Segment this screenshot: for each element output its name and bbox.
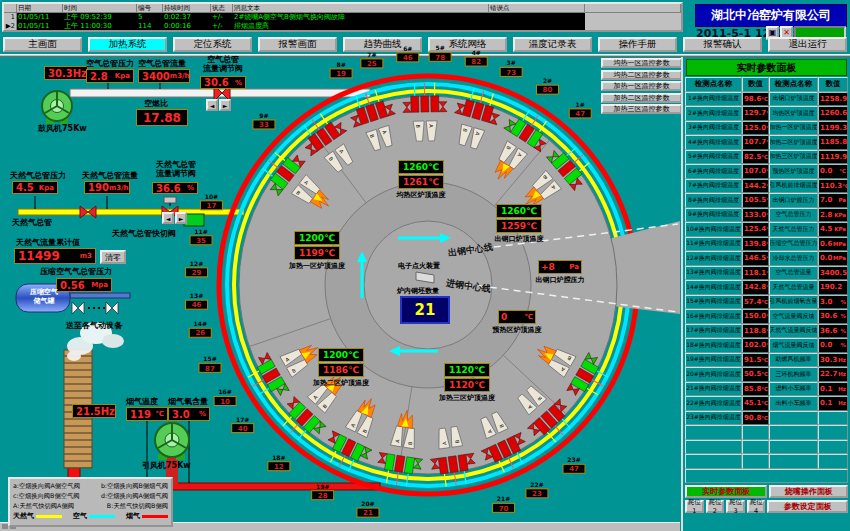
param-name-cell: 加热二区炉顶温度 xyxy=(769,135,818,150)
param-unit: ℃ xyxy=(842,183,848,189)
param-value: 91.5 xyxy=(744,356,761,364)
param-name-cell: 23#换向阀排烟温度 xyxy=(685,411,742,426)
param-unit: Pa xyxy=(838,197,846,203)
param-empty-cell xyxy=(769,425,818,440)
air-flow-label: 空气总管流量 xyxy=(138,59,186,68)
legend-line-item: 天然气 xyxy=(13,511,62,521)
param-value: 98.6 xyxy=(744,95,761,103)
param-unit: KPa xyxy=(834,212,846,218)
param-unit: ℃ xyxy=(847,139,848,145)
param-value: 0.1 xyxy=(820,385,832,393)
compressed-air-pipe xyxy=(70,293,130,298)
reversing-valve-marker: 9#33 xyxy=(253,112,275,129)
param-name-cell: 15#换向阀排烟温度 xyxy=(685,295,742,310)
param-empty-cell xyxy=(685,454,742,469)
param-value: 30.6 xyxy=(820,312,837,320)
param-name-cell: 6#换向阀排烟温度 xyxy=(685,164,742,179)
zone-param-button[interactable]: 加热一区温控参数 xyxy=(601,81,682,91)
setting-panel-button[interactable]: 参数设定面板 xyxy=(767,500,848,513)
param-value-cell: 0.0% xyxy=(818,338,848,353)
position-button-爬位3[interactable]: 爬位3 xyxy=(726,500,745,513)
zone-param-button[interactable]: 均热二区温控参数 xyxy=(601,70,682,80)
gas-valve-increase-button[interactable]: ► xyxy=(175,212,187,224)
svg-text:13#: 13# xyxy=(190,292,203,299)
reversing-valve-marker: 13#46 xyxy=(186,292,208,309)
burner-panel-button[interactable]: 烧嘴操作面板 xyxy=(769,485,848,498)
param-value: 2.8 xyxy=(820,211,832,219)
gas-valve-decrease-button[interactable]: ◄ xyxy=(162,212,174,224)
svg-text:9#: 9# xyxy=(259,112,268,119)
pneumatic-label: 送至各气动设备 xyxy=(66,321,122,330)
param-value-cell: 91.5℃ xyxy=(742,353,769,368)
param-name-cell: 16#换向阀排烟温度 xyxy=(685,309,742,324)
svg-text:46: 46 xyxy=(192,301,202,309)
svg-text:3#: 3# xyxy=(507,59,516,66)
param-value: 82.5 xyxy=(744,153,761,161)
zone-display-tap: 1260℃ 1259℃ 出钢口炉顶温度 xyxy=(496,204,542,244)
param-value-cell: 3.0% xyxy=(818,295,848,310)
param-value: 133.0 xyxy=(744,211,766,219)
param-value-cell: 90.8℃ xyxy=(742,411,769,426)
param-value: 1258.9 xyxy=(820,95,847,103)
zone-param-button[interactable]: 加热三区温控参数 xyxy=(601,104,682,114)
param-unit: ℃ xyxy=(761,415,768,421)
reset-total-button[interactable]: 清零 xyxy=(100,250,126,264)
param-value-cell: 2.8KPa xyxy=(818,208,848,223)
param-name-cell: 出钢口炉顶温度 xyxy=(769,92,818,107)
param-unit: Hz xyxy=(838,371,846,377)
param-name-cell: 1#换向阀排烟温度 xyxy=(685,92,742,107)
svg-text:70: 70 xyxy=(499,505,509,513)
svg-text:25: 25 xyxy=(367,60,377,68)
svg-text:4#: 4# xyxy=(472,49,481,56)
svg-text:16#: 16# xyxy=(218,388,231,395)
param-column-header: 检测点名称 xyxy=(769,77,818,92)
param-name-cell: 2#换向阀排烟温度 xyxy=(685,106,742,121)
position-button-爬位4[interactable]: 爬位4 xyxy=(747,500,766,513)
param-name-cell: 进料小车频率 xyxy=(769,382,818,397)
air-valve-increase-button[interactable]: ► xyxy=(219,99,231,111)
air-fuel-ratio-display: 17.88 xyxy=(136,109,188,126)
air-valve-decrease-button[interactable]: ◄ xyxy=(206,99,218,111)
param-unit: ℃ xyxy=(761,299,768,305)
gas-main-label: 天然气总管 xyxy=(12,218,52,227)
param-unit: % xyxy=(840,342,846,348)
param-name-cell: 出料小车频率 xyxy=(769,396,818,411)
position-button-爬位1[interactable]: 爬位1 xyxy=(685,500,704,513)
zone-sp-display: 1200℃ xyxy=(318,348,364,362)
param-value: 142.8 xyxy=(744,283,766,291)
param-value-cell: 118.8℃ xyxy=(742,324,769,339)
param-value-cell: 22.7Hz xyxy=(818,367,848,382)
zone-pv-display: 1261℃ xyxy=(398,175,444,189)
reversing-valve-marker: 11#35 xyxy=(190,228,212,245)
zone-param-button[interactable]: 加热二区温控参数 xyxy=(601,93,682,103)
svg-text:78: 78 xyxy=(435,54,445,62)
parameter-table: 检测点名称数值检测点名称数值1#换向阀排烟温度98.6℃出钢口炉顶温度1258.… xyxy=(685,77,849,483)
position-button-爬位2[interactable]: 爬位2 xyxy=(706,500,725,513)
param-empty-cell xyxy=(818,454,848,469)
param-name-cell: 加热三区炉顶温度 xyxy=(769,150,818,165)
param-unit: ℃ xyxy=(847,96,848,102)
id-fan-frequency-display: 21.5Hz xyxy=(72,404,116,418)
param-name-cell: 空气总管流量 xyxy=(769,266,818,281)
svg-text:5#: 5# xyxy=(436,44,445,51)
zone-param-button[interactable]: 均热一区温控参数 xyxy=(601,58,682,68)
param-name-cell: 4#换向阀排烟温度 xyxy=(685,135,742,150)
legend-row: A:天然气快切阀A侧阀B:天然气快切阀B侧阀 xyxy=(13,501,168,511)
reversing-valve-marker: 3#73 xyxy=(500,59,522,76)
realtime-panel-button[interactable]: 实时参数面板 xyxy=(685,485,767,498)
legend-line-label: 烟气 xyxy=(126,511,140,521)
legend-entry: c:空烟换向阀B侧空气阀 xyxy=(13,492,80,501)
param-value-cell: 45.1℃ xyxy=(742,396,769,411)
param-name-cell: 天然气总管流量 xyxy=(769,280,818,295)
param-empty-cell xyxy=(742,440,769,455)
param-name-cell: 5#换向阀排烟温度 xyxy=(685,150,742,165)
param-value-cell: 7.0Pa xyxy=(818,193,848,208)
param-value: 30.3 xyxy=(820,356,837,364)
param-unit: KPa xyxy=(834,226,846,232)
param-value-cell: 1119.9℃ xyxy=(818,150,848,165)
legend-line-swatch xyxy=(89,515,115,518)
reversing-valve-marker: 7#25 xyxy=(361,51,383,68)
param-empty-cell xyxy=(685,425,742,440)
param-name-cell: 三环机构频率 xyxy=(769,367,818,382)
legend-box: a:空烟换向阀A侧空气阀b:空烟换向阀B侧烟气阀c:空烟换向阀B侧空气阀d:空烟… xyxy=(8,477,173,527)
